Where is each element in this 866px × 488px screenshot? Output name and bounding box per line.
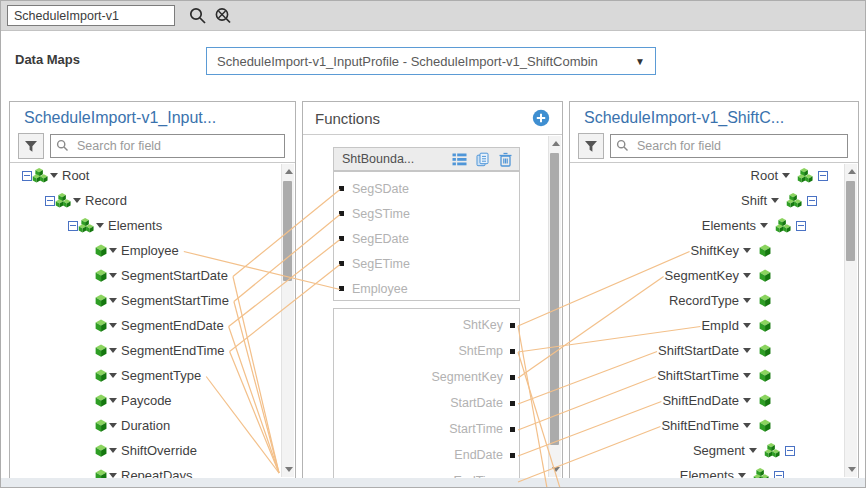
collapse-icon[interactable] bbox=[818, 171, 828, 181]
filter-button[interactable] bbox=[578, 133, 604, 159]
copy-function-icon[interactable] bbox=[475, 152, 490, 167]
target-tree-item-ShiftKey[interactable]: ShiftKey bbox=[570, 238, 832, 263]
function-input-SegSDate[interactable]: SegSDate bbox=[334, 176, 519, 201]
caret-down-icon[interactable] bbox=[109, 273, 117, 278]
source-tree-item-RepeatDays[interactable]: RepeatDays bbox=[10, 463, 295, 478]
source-tree-item-Employee[interactable]: Employee bbox=[10, 238, 295, 263]
caret-down-icon[interactable] bbox=[109, 298, 117, 303]
source-field-search-input[interactable] bbox=[50, 134, 285, 158]
source-tree-item-SegmentStartTime[interactable]: SegmentStartTime bbox=[10, 288, 295, 313]
source-tree-item-Duration[interactable]: Duration bbox=[10, 413, 295, 438]
source-tree-item-SegmentEndDate[interactable]: SegmentEndDate bbox=[10, 313, 295, 338]
connector-bullet[interactable] bbox=[510, 453, 515, 458]
connector-bullet[interactable] bbox=[510, 375, 515, 380]
collapse-icon[interactable] bbox=[22, 171, 32, 181]
caret-down-icon[interactable] bbox=[96, 223, 104, 228]
target-field-search-input[interactable] bbox=[610, 134, 848, 158]
caret-down-icon[interactable] bbox=[760, 223, 768, 228]
collapse-icon[interactable] bbox=[45, 196, 55, 206]
caret-down-icon[interactable] bbox=[109, 323, 117, 328]
caret-down-icon[interactable] bbox=[109, 448, 117, 453]
source-tree-item-SegmentEndTime[interactable]: SegmentEndTime bbox=[10, 338, 295, 363]
source-tree-item-SegmentStartDate[interactable]: SegmentStartDate bbox=[10, 263, 295, 288]
target-tree-item-RecordType[interactable]: RecordType bbox=[570, 288, 832, 313]
function-input-SegETime[interactable]: SegETime bbox=[334, 251, 519, 276]
connector-bullet[interactable] bbox=[510, 349, 515, 354]
source-tree-item-ShiftOverride[interactable]: ShiftOverride bbox=[10, 438, 295, 463]
caret-down-icon[interactable] bbox=[743, 273, 751, 278]
scroll-down-icon[interactable] bbox=[285, 467, 293, 472]
caret-down-icon[interactable] bbox=[109, 248, 117, 253]
source-tree-item-Paycode[interactable]: Paycode bbox=[10, 388, 295, 413]
target-tree-item-Root[interactable]: Root bbox=[570, 163, 832, 188]
function-input-Employee[interactable]: Employee bbox=[334, 276, 519, 301]
functions-scrollbar[interactable] bbox=[548, 136, 561, 477]
function-input-SegEDate[interactable]: SegEDate bbox=[334, 226, 519, 251]
caret-down-icon[interactable] bbox=[109, 398, 117, 403]
connector-bullet[interactable] bbox=[510, 401, 515, 406]
function-output-EndTime[interactable]: EndTime bbox=[334, 468, 519, 478]
connector-bullet[interactable] bbox=[510, 323, 515, 328]
source-scrollbar[interactable] bbox=[281, 164, 294, 477]
caret-down-icon[interactable] bbox=[743, 348, 751, 353]
caret-down-icon[interactable] bbox=[743, 298, 751, 303]
collapse-icon[interactable] bbox=[774, 471, 784, 479]
scroll-up-icon[interactable] bbox=[848, 169, 856, 174]
caret-down-icon[interactable] bbox=[743, 248, 751, 253]
connector-bullet[interactable] bbox=[339, 211, 344, 216]
caret-down-icon[interactable] bbox=[50, 173, 58, 178]
connector-bullet[interactable] bbox=[339, 286, 344, 291]
target-tree-item-ShiftEndDate[interactable]: ShiftEndDate bbox=[570, 388, 832, 413]
collapse-icon[interactable] bbox=[796, 221, 806, 231]
target-tree-item-ShiftStartTime[interactable]: ShiftStartTime bbox=[570, 363, 832, 388]
source-tree-item-Record[interactable]: Record bbox=[10, 188, 295, 213]
scroll-down-icon[interactable] bbox=[848, 467, 856, 472]
caret-down-icon[interactable] bbox=[109, 348, 117, 353]
function-box-header[interactable]: ShtBounda... bbox=[333, 147, 520, 171]
caret-down-icon[interactable] bbox=[743, 323, 751, 328]
caret-down-icon[interactable] bbox=[743, 423, 751, 428]
collapse-icon[interactable] bbox=[807, 196, 817, 206]
function-output-SegmentKey[interactable]: SegmentKey bbox=[334, 364, 519, 390]
caret-down-icon[interactable] bbox=[109, 423, 117, 428]
target-tree-item-Segment[interactable]: Segment bbox=[570, 438, 832, 463]
connector-bullet[interactable] bbox=[339, 261, 344, 266]
target-tree-item-ShiftStartDate[interactable]: ShiftStartDate bbox=[570, 338, 832, 363]
caret-down-icon[interactable] bbox=[73, 198, 81, 203]
source-tree-item-Elements[interactable]: Elements bbox=[10, 213, 295, 238]
source-tree-item-Root[interactable]: Root bbox=[10, 163, 295, 188]
scrollbar-thumb[interactable] bbox=[283, 181, 292, 281]
function-input-SegSTime[interactable]: SegSTime bbox=[334, 201, 519, 226]
function-output-StartTime[interactable]: StartTime bbox=[334, 416, 519, 442]
function-output-EndDate[interactable]: EndDate bbox=[334, 442, 519, 468]
caret-down-icon[interactable] bbox=[771, 198, 779, 203]
function-details-icon[interactable] bbox=[452, 152, 467, 167]
target-tree-item-Shift[interactable]: Shift bbox=[570, 188, 832, 213]
scroll-down-icon[interactable] bbox=[552, 467, 560, 472]
target-tree-item-Elements[interactable]: Elements bbox=[570, 213, 832, 238]
connector-bullet[interactable] bbox=[339, 186, 344, 191]
scrollbar-thumb[interactable] bbox=[550, 153, 559, 445]
connector-bullet[interactable] bbox=[510, 427, 515, 432]
delete-function-icon[interactable] bbox=[498, 152, 513, 167]
target-tree-item-SegmentKey[interactable]: SegmentKey bbox=[570, 263, 832, 288]
target-tree-item-Elements[interactable]: Elements bbox=[570, 463, 832, 478]
search-icon[interactable] bbox=[187, 5, 209, 27]
connector-bullet[interactable] bbox=[339, 236, 344, 241]
target-tree-item-EmpId[interactable]: EmpId bbox=[570, 313, 832, 338]
filter-button[interactable] bbox=[18, 133, 44, 159]
caret-down-icon[interactable] bbox=[743, 398, 751, 403]
caret-down-icon[interactable] bbox=[109, 373, 117, 378]
function-output-ShtEmp[interactable]: ShtEmp bbox=[334, 338, 519, 364]
target-scrollbar[interactable] bbox=[844, 164, 857, 477]
caret-down-icon[interactable] bbox=[749, 448, 757, 453]
collapse-icon[interactable] bbox=[785, 446, 795, 456]
add-function-icon[interactable] bbox=[532, 109, 550, 127]
function-output-ShtKey[interactable]: ShtKey bbox=[334, 312, 519, 338]
caret-down-icon[interactable] bbox=[782, 173, 790, 178]
component-search-input[interactable] bbox=[7, 5, 175, 26]
source-tree-item-SegmentType[interactable]: SegmentType bbox=[10, 363, 295, 388]
scrollbar-thumb[interactable] bbox=[846, 181, 855, 261]
target-tree-item-ShiftEndTime[interactable]: ShiftEndTime bbox=[570, 413, 832, 438]
data-map-select[interactable]: ScheduleImport-v1_InputProfile - Schedul… bbox=[206, 47, 656, 75]
